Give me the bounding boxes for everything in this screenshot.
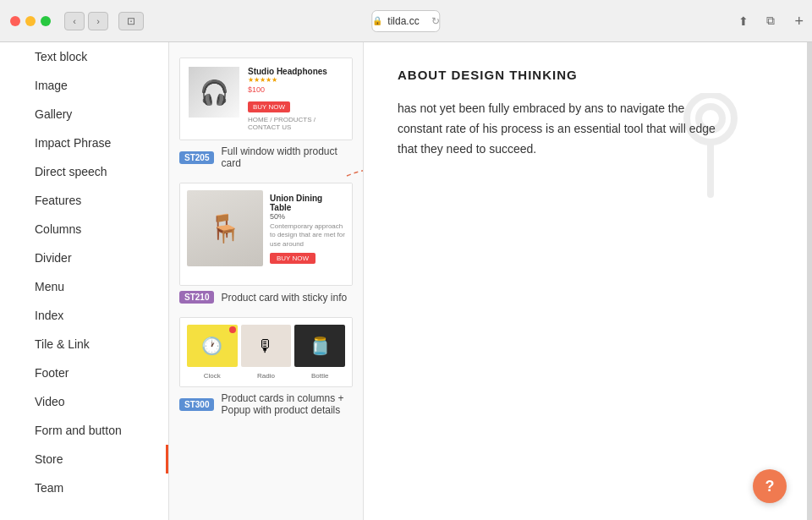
block-preview-st300: 🕐 🎙 🫙 Clock Radio (179, 317, 353, 387)
product-grid: 🕐 🎙 🫙 (187, 325, 345, 367)
product-price-2: 50% (270, 212, 345, 221)
block-desc-st210: Product card with sticky info (221, 292, 347, 304)
main-preview-area: ABOUT DESIGN THINKING has not yet been f… (364, 42, 812, 520)
sidebar-item-team[interactable]: Team (0, 473, 168, 502)
grid-item-1: 🕐 (187, 325, 238, 367)
chrome-actions: ⬆ ⧉ (732, 12, 782, 30)
buy-now-btn-1: BUY NOW (248, 101, 290, 112)
grid-info-3: Bottle (294, 372, 345, 380)
product-price-1: $100 (248, 85, 343, 94)
block-tag-st300: ST300 (179, 398, 214, 411)
fullscreen-traffic-light[interactable] (41, 16, 51, 26)
product-title-1: Studio Headphones (248, 67, 343, 76)
help-button[interactable]: ? (753, 469, 787, 503)
product-info-1: Studio Headphones ★★★★★ $100 BUY NOW HOM… (248, 67, 343, 131)
sidebar: Text block Image Gallery Impact Phrase D… (0, 42, 169, 520)
product-stars-1: ★★★★★ (248, 76, 343, 84)
product-preview-3: 🕐 🎙 🫙 Clock Radio (180, 318, 352, 386)
browser-chrome: ‹ › ⊡ 🔒 tilda.cc ↻ ⬆ ⧉ + (0, 0, 812, 42)
sidebar-item-tile-link[interactable]: Tile & Link (0, 330, 168, 359)
block-item-st205[interactable]: 🎧 Studio Headphones ★★★★★ $100 BUY NOW H… (169, 51, 363, 176)
grid-item-3: 🫙 (294, 325, 345, 367)
minimize-traffic-light[interactable] (25, 16, 36, 26)
sidebar-item-form-button[interactable]: Form and button (0, 416, 168, 445)
share-button[interactable]: ⬆ (732, 12, 754, 30)
main-layout: Text block Image Gallery Impact Phrase D… (0, 42, 812, 520)
sidebar-item-store[interactable]: Store (0, 445, 168, 473)
sidebar-toggle-button[interactable]: ⊡ (118, 12, 144, 30)
product-desc-2: Contemporary approach to design that are… (270, 222, 345, 249)
block-tag-st205: ST205 (179, 151, 214, 164)
close-traffic-light[interactable] (10, 16, 20, 26)
sidebar-item-features[interactable]: Features (0, 186, 168, 215)
resize-handle[interactable] (807, 42, 812, 520)
pin-watermark (677, 93, 744, 215)
product-preview-2: 🪑 Union Dining Table 50% Contemporary ap… (180, 183, 352, 285)
block-list-panel: 🎧 Studio Headphones ★★★★★ $100 BUY NOW H… (169, 42, 364, 520)
add-to-cart-btn-2: BUY NOW (270, 253, 315, 264)
headphone-image: 🎧 (189, 67, 239, 118)
new-tab-button[interactable]: + (794, 14, 804, 29)
product-info-2: Union Dining Table 50% Contemporary appr… (270, 190, 345, 267)
design-thinking-body: has not yet been fully embraced by ans t… (398, 99, 719, 159)
product-nav-links: HOME / PRODUCTS / CONTACT US (248, 116, 343, 131)
block-preview-st205: 🎧 Studio Headphones ★★★★★ $100 BUY NOW H… (179, 57, 353, 140)
traffic-lights (10, 16, 51, 26)
sidebar-item-direct-speech[interactable]: Direct speech (0, 157, 168, 186)
block-item-st300[interactable]: 🕐 🎙 🫙 Clock Radio (169, 310, 363, 423)
grid-item-2: 🎙 (241, 325, 292, 367)
content-area: 🎧 Studio Headphones ★★★★★ $100 BUY NOW H… (169, 42, 812, 520)
address-bar[interactable]: 🔒 tilda.cc ↻ (371, 10, 440, 32)
sidebar-item-image[interactable]: Image (0, 71, 168, 100)
sidebar-item-divider[interactable]: Divider (0, 244, 168, 272)
nav-buttons: ‹ › (64, 12, 108, 30)
sidebar-item-columns[interactable]: Columns (0, 215, 168, 244)
block-label-row-2: ST210 Product card with sticky info (179, 291, 353, 304)
block-label-row-3: ST300 Product cards in columns + Popup w… (179, 392, 353, 416)
block-desc-st300: Product cards in columns + Popup with pr… (221, 392, 353, 416)
url-text: tilda.cc (387, 15, 419, 27)
duplicate-button[interactable]: ⧉ (760, 12, 782, 30)
block-desc-st205: Full window width product card (221, 145, 353, 169)
product-title-2: Union Dining Table (270, 194, 345, 212)
block-label-row-1: ST205 Full window width product card (179, 145, 353, 169)
svg-point-2 (699, 107, 722, 130)
sidebar-item-gallery[interactable]: Gallery (0, 100, 168, 129)
product-btn-row-1: BUY NOW (248, 97, 343, 112)
block-tag-st210: ST210 (179, 291, 214, 304)
grid-info-2: Radio (241, 372, 292, 380)
design-thinking-panel: ABOUT DESIGN THINKING has not yet been f… (364, 42, 812, 520)
sidebar-item-index[interactable]: Index (0, 301, 168, 330)
forward-button[interactable]: › (88, 12, 108, 30)
table-image: 🪑 (187, 190, 263, 266)
sidebar-item-footer[interactable]: Footer (0, 359, 168, 387)
block-preview-st210: 🪑 Union Dining Table 50% Contemporary ap… (179, 183, 353, 286)
back-button[interactable]: ‹ (64, 12, 85, 30)
design-thinking-title: ABOUT DESIGN THINKING (398, 68, 778, 82)
product-preview-1: 🎧 Studio Headphones ★★★★★ $100 BUY NOW H… (180, 58, 352, 140)
sidebar-item-text-block[interactable]: Text block (0, 42, 168, 71)
reload-icon[interactable]: ↻ (431, 15, 440, 27)
lock-icon: 🔒 (372, 16, 382, 25)
block-item-st210[interactable]: 🪑 Union Dining Table 50% Contemporary ap… (169, 176, 363, 310)
grid-info-1: Clock (187, 372, 238, 380)
sidebar-item-menu[interactable]: Menu (0, 272, 168, 301)
sidebar-item-impact-phrase[interactable]: Impact Phrase (0, 129, 168, 157)
svg-point-1 (687, 95, 734, 142)
sidebar-item-video[interactable]: Video (0, 387, 168, 416)
sale-badge-1 (229, 326, 236, 333)
